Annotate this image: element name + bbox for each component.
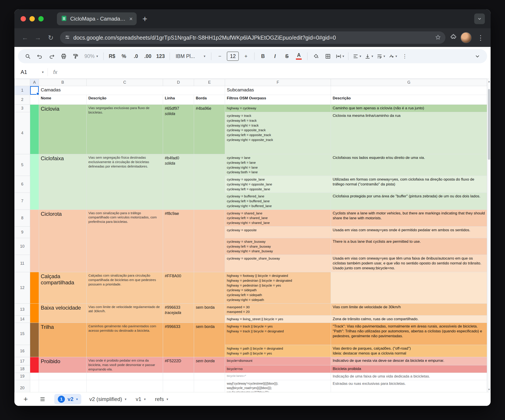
cell[interactable] (194, 380, 225, 392)
group-name-cell[interactable]: Proibido (39, 357, 87, 373)
row-header-8[interactable]: 8 (15, 210, 30, 226)
minimize-window-button[interactable] (29, 16, 35, 21)
borda-cell[interactable] (194, 154, 225, 210)
tab-search-button[interactable] (474, 13, 485, 24)
layer-color-strip[interactable] (30, 323, 39, 357)
group-desc-cell[interactable]: Calçadas com sinalização para circulação… (87, 272, 163, 304)
row-header-1[interactable]: 1 (15, 86, 30, 95)
bookmark-star-icon[interactable] (435, 34, 441, 41)
row-header-18[interactable]: 18 (15, 365, 30, 373)
linha-cell[interactable]: #FF8A00 (163, 272, 194, 304)
col-header-B[interactable]: B (39, 79, 87, 86)
subdesc-cell[interactable]: Ciclofaixas nos lados esquerdo e/ou dire… (331, 154, 487, 176)
col-header-C[interactable]: C (87, 79, 163, 86)
forward-button[interactable]: → (32, 32, 44, 43)
sheet-tab-refs[interactable]: refs ▾ (154, 394, 170, 404)
font-select[interactable]: IBM Pl... ▾ (173, 53, 208, 59)
group-desc-cell[interactable]: Vias sem segregação física destinadas ex… (87, 154, 163, 210)
filters-cell[interactable]: highway = living_street || bicycle = yes (225, 315, 331, 323)
header-linha[interactable]: Linha (163, 95, 194, 105)
subdesc-cell[interactable]: Cyclists share a lane with motor vehicle… (331, 210, 487, 226)
filters-cell[interactable]: highway = cycleway (225, 105, 331, 112)
profile-avatar[interactable] (461, 32, 472, 43)
add-sheet-button[interactable]: + (21, 394, 31, 404)
layer-color-strip[interactable] (30, 105, 39, 154)
print-button[interactable] (59, 51, 69, 62)
cell[interactable] (331, 86, 487, 95)
cell[interactable] (30, 95, 39, 105)
cell[interactable] (87, 380, 163, 392)
close-window-button[interactable] (21, 16, 26, 21)
col-header-D[interactable]: D (163, 79, 194, 86)
increase-decimals-button[interactable]: .00 (143, 51, 153, 62)
linha-cell[interactable]: #65df97 sólida (163, 105, 194, 154)
col-header-E[interactable]: E (194, 79, 225, 86)
number-format-button[interactable]: 123 (155, 51, 166, 62)
group-desc-cell[interactable]: Vias com sinalização para o tráfego comp… (87, 210, 163, 272)
row-header-9[interactable]: 9 (15, 226, 30, 238)
browser-tab[interactable]: CicloMapa - Camadas, tags & × (57, 12, 137, 25)
row-header-17[interactable]: 17 (15, 357, 30, 365)
cell[interactable] (194, 373, 225, 380)
cell[interactable] (30, 380, 39, 392)
undo-button[interactable] (35, 51, 44, 62)
header-descricao[interactable]: Descrição (87, 95, 163, 105)
linha-cell[interactable]: #996633 tracejada (163, 303, 194, 323)
all-sheets-button[interactable] (38, 394, 48, 404)
cell[interactable] (30, 373, 39, 380)
scroll-down-button[interactable]: ▼ (487, 387, 491, 392)
linha-cell[interactable]: #996633 (163, 323, 194, 357)
linha-cell[interactable]: #f8c9ae (163, 210, 194, 272)
increase-font-size-button[interactable]: + (241, 51, 251, 62)
subdesc-cell[interactable]: Usada em vias com oneway=yes onde é perm… (331, 226, 487, 238)
subdesc-cell[interactable]: Utilizadas em formas com oneway=yes, com… (331, 176, 487, 193)
horizontal-align-button[interactable]: ▾ (352, 51, 362, 62)
header-filtros[interactable]: Filtros OSM Overpass (225, 95, 331, 105)
sheet-tab-v2-active[interactable]: 1 v2 ▾ (54, 394, 81, 405)
redo-button[interactable] (47, 51, 57, 62)
filters-cell[interactable]: highway = track || bicycle = yes highway… (225, 323, 331, 345)
borda-cell[interactable]: #4ba96e (194, 105, 225, 154)
row-header-4[interactable]: 4 (15, 112, 30, 154)
group-desc-cell[interactable]: Vias com limite de velocidade regulament… (87, 303, 163, 323)
subdesc-cell[interactable]: Vias com limite de velocidade de 30km/h (331, 303, 487, 315)
subdesc-cell[interactable] (331, 272, 487, 304)
subdesc-cell[interactable]: Zona de trânsito calmo, ruas de uso comp… (331, 315, 487, 323)
row-header-19[interactable]: 19 (15, 373, 30, 380)
sheet-tab-v2-simplified[interactable]: v2 (simplified) ▾ (88, 394, 128, 404)
row-header-13[interactable]: 13 (15, 303, 30, 315)
filters-cell[interactable]: highway = footway || bicycle = designate… (225, 272, 331, 304)
group-desc-cell[interactable]: Vias onde é proibido pedalar em cima da … (87, 357, 163, 373)
more-toolbar-button[interactable]: ⋮ (400, 51, 410, 62)
filters-cell[interactable]: highway = path || bicycle = designated h… (225, 345, 331, 357)
layer-color-strip[interactable] (30, 210, 39, 272)
group-name-cell[interactable]: Ciclorota (39, 210, 87, 272)
text-color-button[interactable]: A (294, 51, 304, 62)
header-nome[interactable]: Nome (39, 95, 87, 105)
subdesc-cell[interactable]: Indicação de uma faixa de uma vida dedic… (331, 373, 487, 380)
decrease-font-size-button[interactable]: − (215, 51, 225, 62)
extensions-icon[interactable] (450, 34, 456, 41)
borda-cell[interactable]: sem borda (194, 357, 225, 373)
filters-cell[interactable]: bicycle=no (225, 365, 331, 373)
search-menus-button[interactable] (23, 51, 32, 62)
linha-cell[interactable]: #b4fad0 sólida (163, 154, 194, 210)
cell-camadas-title[interactable]: Camadas (39, 86, 225, 95)
cell-A1-selected[interactable] (30, 86, 39, 95)
filters-cell[interactable]: maxspeed = 30 maxspeed = 20 (225, 303, 331, 315)
layer-color-strip[interactable] (30, 303, 39, 323)
subdesc-cell[interactable]: Usada em vias com oneway=yes que têm uma… (331, 255, 487, 272)
row-header-14[interactable]: 14 (15, 315, 30, 323)
decrease-decimals-button[interactable]: .0 (131, 51, 141, 62)
borda-cell[interactable]: sem borda (194, 323, 225, 357)
filters-cell[interactable]: cycleway = buffered_lane cycleway:left =… (225, 193, 331, 210)
group-name-cell[interactable]: Trilha (39, 323, 87, 357)
subdesc-cell[interactable]: Bicicleta proibida (331, 365, 487, 373)
subdesc-cell[interactable]: Vias dentro de parques, calçadões. ("off… (331, 345, 487, 357)
subdesc-cell[interactable]: Ciclovia na mesma linha/caminho da rua (331, 112, 487, 154)
linha-cell[interactable]: #F5222D (163, 357, 194, 373)
select-all-corner[interactable] (15, 79, 30, 86)
scroll-up-button[interactable]: ▲ (487, 79, 491, 84)
bold-button[interactable]: B (258, 51, 268, 62)
close-tab-icon[interactable]: × (129, 16, 133, 22)
